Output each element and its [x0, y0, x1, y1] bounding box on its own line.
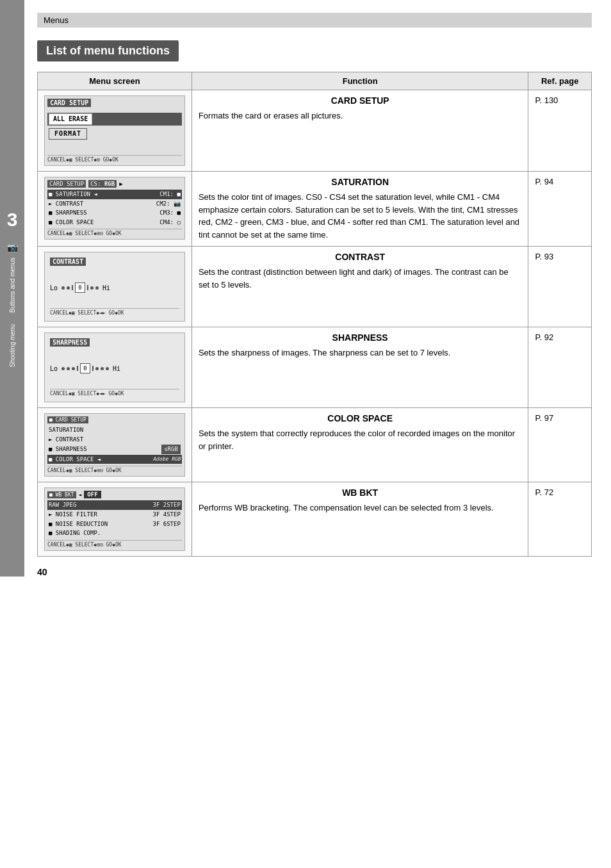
- sharpness-slider-title: SHARPNESS: [50, 338, 90, 347]
- content-area: Menus List of menu functions Menu screen…: [24, 0, 611, 603]
- function-contrast: CONTRAST Sets the contrast (distinction …: [191, 247, 528, 327]
- cs-sharpness: ■ SHARPNESS sRGB: [47, 444, 182, 455]
- sat-item-colorspace: ■ COLOR SPACECM4: ◯: [47, 218, 182, 227]
- color-space-footer: CANCEL◆▣ SELECT◆⊞⊟ GO◆OK: [47, 466, 182, 473]
- ref-wb-bkt: P. 72: [528, 482, 592, 556]
- sidebar-shooting-menu: Shooting menu: [9, 324, 16, 367]
- ref-saturation: P. 94: [528, 172, 592, 247]
- func-body-sharpness: Sets the sharpness of images. The sharpn…: [199, 348, 451, 357]
- func-body-saturation: Sets the color tint of images. CS0 - CS4…: [199, 192, 519, 240]
- col-header-function: Function: [191, 72, 528, 90]
- sat-item-saturation: ■ SATURATION ◄CM1: ■: [47, 190, 182, 199]
- menu-screen-wb-bkt: ■ WB BKT ◄ OFF RAW JPEG3F 2STEP ► NOISE …: [38, 482, 192, 556]
- sharpness-slider-mock: SHARPNESS Lo 0: [44, 332, 185, 402]
- page-wrapper: 3 📷 Buttons and menus Shooting menu Menu…: [0, 0, 611, 603]
- func-body-card-setup: Formats the card or erases all pictures.: [199, 111, 343, 120]
- function-wb-bkt: WB BKT Performs WB bracketing. The compe…: [191, 482, 528, 556]
- func-body-contrast: Sets the contrast (distinction between l…: [199, 267, 509, 290]
- card-setup-mock: CARD SETUP ALL ERASE FORMAT CANCEL◆▣ SEL…: [44, 95, 185, 166]
- contrast-slider-row: Lo 0 Hi: [50, 283, 179, 293]
- table-row: CONTRAST Lo 0: [38, 247, 592, 327]
- func-title-card-setup: CARD SETUP: [199, 95, 522, 106]
- func-title-color-space: COLOR SPACE: [199, 413, 522, 423]
- page-number: 40: [37, 567, 592, 577]
- sidebar-chapter-number: 3: [7, 209, 18, 231]
- col-header-menu-screen: Menu screen: [38, 72, 192, 90]
- wb-bkt-footer: CANCEL◆▣ SELECT◆⊞⊟ GO◆OK: [47, 540, 182, 548]
- menu-screen-contrast: CONTRAST Lo 0: [38, 247, 192, 327]
- sharpness-slider-box: 0: [80, 363, 90, 373]
- sidebar-label: Buttons and menus: [9, 258, 16, 313]
- contrast-slider-box: 0: [75, 283, 85, 293]
- func-body-wb-bkt: Performs WB bracketing. The compensation…: [199, 503, 494, 512]
- saturation-mock: CARD SETUP CS: RGB ▶ ■ SATURATION ◄CM1: …: [44, 177, 185, 240]
- ref-contrast: P. 93: [528, 247, 592, 327]
- card-setup-footer: CANCEL◆▣ SELECT◆⊞ GO◆OK: [47, 155, 182, 163]
- table-row: ■ WB BKT ◄ OFF RAW JPEG3F 2STEP ► NOISE …: [38, 482, 592, 556]
- sat-item-sharpness: ■ SHARPNESSCM3: ■: [47, 208, 182, 218]
- menu-screen-saturation: CARD SETUP CS: RGB ▶ ■ SATURATION ◄CM1: …: [38, 172, 192, 247]
- function-card-setup: CARD SETUP Formats the card or erases al…: [191, 90, 528, 172]
- ref-sharpness: P. 92: [528, 327, 592, 408]
- func-title-contrast: CONTRAST: [199, 252, 522, 262]
- table-row: ■ CARD SETUP SATURATION ► CONTRAST ■ SHA…: [38, 408, 592, 482]
- main-table: Menu screen Function Ref. page CARD SETU…: [37, 72, 592, 557]
- sat-item-contrast: ► CONTRASTCM2: 📷: [47, 199, 182, 209]
- func-title-saturation: SATURATION: [199, 177, 522, 187]
- function-color-space: COLOR SPACE Sets the system that correct…: [191, 408, 528, 482]
- sharpness-footer: CANCEL◆▣ SELECT◆◄► GO◆OK: [50, 389, 179, 397]
- wb-raw-jpeg: RAW JPEG3F 2STEP: [47, 500, 182, 510]
- col-header-ref: Ref. page: [528, 72, 592, 90]
- header-bar: Menus: [37, 13, 592, 28]
- menu-screen-sharpness: SHARPNESS Lo 0: [38, 327, 192, 408]
- cs-saturation: SATURATION: [47, 425, 182, 435]
- cs-colorspace: ■ COLOR SPACE ◄ Adobe RGB: [47, 455, 182, 464]
- function-sharpness: SHARPNESS Sets the sharpness of images. …: [191, 327, 528, 408]
- func-body-color-space: Sets the system that correctly reproduce…: [199, 429, 515, 451]
- wb-noise-filter: ► NOISE FILTER3F 4STEP: [47, 510, 182, 520]
- sharpness-track: 0: [61, 363, 109, 373]
- wb-shading-comp: ■ SHADING COMP.: [47, 528, 182, 538]
- sidebar-camera-icon: 📷: [7, 242, 18, 252]
- sidebar: 3 📷 Buttons and menus Shooting menu: [0, 0, 24, 577]
- function-saturation: SATURATION Sets the color tint of images…: [191, 172, 528, 247]
- contrast-track: 0: [61, 283, 99, 293]
- table-row: CARD SETUP CS: RGB ▶ ■ SATURATION ◄CM1: …: [38, 172, 592, 247]
- contrast-slider-title: CONTRAST: [50, 258, 86, 266]
- section-title: List of menu functions: [37, 40, 179, 61]
- sharpness-slider-row: Lo 0: [50, 363, 179, 373]
- header-label: Menus: [44, 15, 69, 25]
- ref-card-setup: P. 130: [528, 90, 592, 172]
- wb-noise-reduction: ■ NOISE REDUCTION3F 6STEP: [47, 520, 182, 529]
- contrast-slider-mock: CONTRAST Lo 0: [44, 252, 185, 322]
- table-row: SHARPNESS Lo 0: [38, 327, 592, 408]
- format-item: FORMAT: [47, 127, 182, 140]
- saturation-footer: CANCEL◆▣ SELECT◆⊞⊟ GO◆OK: [47, 229, 182, 236]
- color-space-mock: ■ CARD SETUP SATURATION ► CONTRAST ■ SHA…: [44, 413, 185, 477]
- menu-screen-card-setup: CARD SETUP ALL ERASE FORMAT CANCEL◆▣ SEL…: [38, 90, 192, 172]
- func-title-wb-bkt: WB BKT: [199, 487, 522, 498]
- all-erase-item: ALL ERASE: [47, 113, 182, 126]
- table-row: CARD SETUP ALL ERASE FORMAT CANCEL◆▣ SEL…: [38, 90, 592, 172]
- contrast-footer: CANCEL◆▣ SELECT◆◄► GO◆OK: [50, 308, 179, 316]
- menu-screen-color-space: ■ CARD SETUP SATURATION ► CONTRAST ■ SHA…: [38, 408, 192, 482]
- func-title-sharpness: SHARPNESS: [199, 332, 522, 343]
- card-setup-title: CARD SETUP: [47, 99, 91, 107]
- wb-bkt-mock: ■ WB BKT ◄ OFF RAW JPEG3F 2STEP ► NOISE …: [44, 487, 185, 550]
- cs-contrast: ► CONTRAST: [47, 435, 182, 445]
- ref-color-space: P. 97: [528, 408, 592, 482]
